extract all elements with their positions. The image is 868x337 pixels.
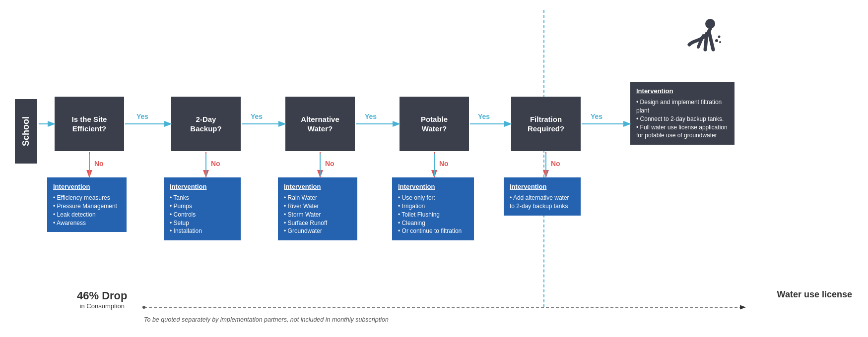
svg-point-1 [715,39,718,42]
intervention-box-3: Intervention Rain Water River Water Stor… [278,177,357,240]
intervention-right-box: Intervention Design and implement filtra… [630,82,734,145]
svg-text:Yes: Yes [478,112,490,120]
intervention-3-list: Rain Water River Water Storm Water Surfa… [284,194,351,235]
decision-box-5: Filtration Required? [511,97,581,151]
svg-text:No: No [551,160,560,168]
intervention-right-title: Intervention [636,87,729,96]
decision-box-2: 2-Day Backup? [171,97,241,151]
intervention-2-list: Tanks Pumps Controls Setup Installation [170,194,235,235]
intervention-box-1: Intervention Efficiency measures Pressur… [47,177,127,232]
school-label: School [15,99,37,164]
svg-point-3 [719,41,721,43]
decision-box-1: Is the Site Efficient? [55,97,124,151]
diagram-container: School Is the Site Efficient? 2-Day Back… [0,0,868,337]
bottom-note: To be quoted separately by implementatio… [144,316,389,323]
svg-text:No: No [211,160,220,168]
intervention-1-list: Efficiency measures Pressure Management … [53,194,121,227]
drop-statistic: 46% Drop in Consumption [77,289,127,310]
intervention-right-list: Design and implement filtration plant Co… [636,98,729,140]
decision-box-3: Alternative Water? [285,97,355,151]
intervention-3-title: Intervention [284,182,351,191]
intervention-5-list: Add alternative water to 2-day backup ta… [510,194,575,211]
svg-text:Yes: Yes [365,112,377,120]
svg-text:No: No [94,160,104,168]
intervention-4-title: Intervention [398,182,468,191]
arrows-overlay: Yes Yes Yes Yes Yes No No No No No [0,0,868,337]
intervention-5-title: Intervention [510,182,575,191]
svg-text:Yes: Yes [136,112,148,120]
decision-box-4: Potable Water? [400,97,469,151]
intervention-2-title: Intervention [170,182,235,191]
intervention-box-2: Intervention Tanks Pumps Controls Setup … [164,177,241,240]
svg-text:Yes: Yes [251,112,263,120]
water-license-label: Water use license [777,289,852,300]
svg-point-2 [718,36,721,38]
person-figure-icon [679,15,724,59]
svg-text:No: No [439,160,449,168]
svg-point-31 [142,306,145,309]
intervention-1-title: Intervention [53,182,121,191]
vertical-divider [543,10,544,307]
intervention-box-5: Intervention Add alternative water to 2-… [504,177,581,216]
intervention-box-4: Intervention Use only for: Irrigation To… [392,177,474,240]
svg-text:No: No [325,160,334,168]
svg-text:Yes: Yes [591,112,602,120]
intervention-4-list: Use only for: Irrigation Toilet Flushing… [398,194,468,235]
